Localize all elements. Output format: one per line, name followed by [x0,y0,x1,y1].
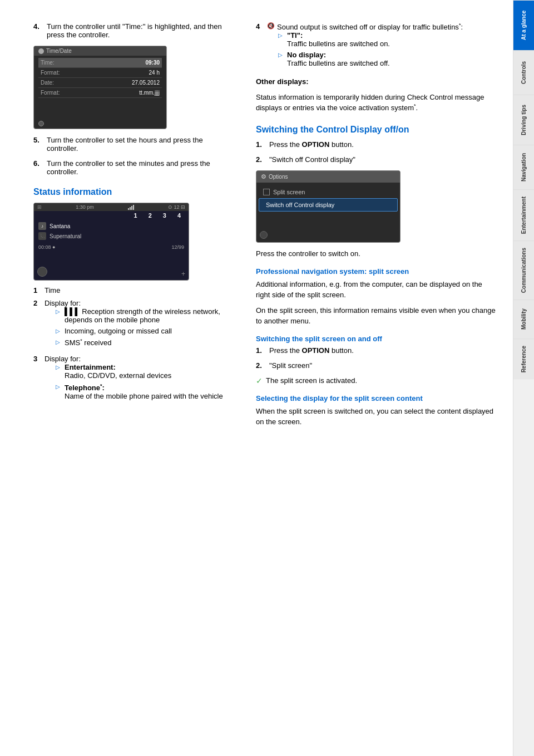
ti-detail: Traffic bulletins are switched on. [287,40,390,48]
screen-body: Time: 09:30 Format: 24 h Date: 27.05.201… [34,56,166,100]
plus-icon: + [181,270,185,278]
date-value: 27.05.2012 [132,80,160,86]
other-displays-heading: Other displays: [256,77,309,86]
music-icon: ♪ [38,222,46,230]
main-content: 4. Turn the controller until "Time:" is … [0,0,513,756]
item-1-number: 1 [33,286,40,294]
sidebar-tab-communications[interactable]: Communications [513,240,534,300]
item4-subitems: ▷ "TI": Traffic bulletins are switched o… [278,31,463,67]
time-date-screen: Time/Date Time: 09:30 Format: 24 h Date:… [33,46,167,129]
status-bar-icon: ⊞ [37,204,42,210]
subitem-entertainment-content: Entertainment: Radio, CD/DVD, external d… [65,363,171,380]
subitem-calls-text: Incoming, outgoing or missed call [65,327,172,335]
no-display-label: No display: [287,51,326,59]
switching-step-1-number: 1. [256,140,265,149]
song-row-2: 📞 Supernatural [38,231,184,241]
sidebar-tab-driving-tips[interactable]: Driving tips [513,95,534,145]
subitem-telephone: ▷ Telephone*: Name of the mobile phone p… [56,382,223,400]
nav-dots [38,121,44,126]
arrow-icon: ▷ [56,308,61,315]
date-label: Date: [41,80,54,86]
subitem-reception: ▷ ▌▌▌ Reception strength of the wireless… [56,307,228,324]
subitem-no-display-content: No display: Traffic bulletins are switch… [287,51,390,67]
switching-step-1-text: Press the OPTION button. [269,140,496,149]
sidebar-tab-controls[interactable]: Controls [513,50,534,95]
right-item-4: 4 🔇 Sound output is switched off or disp… [256,22,496,71]
switching-control-heading: Switching the Control Display off/on [256,125,496,135]
sidebar-tab-reference[interactable]: Reference [513,338,534,379]
song-subtitle: Supernatural [50,233,81,239]
subitem-calls: ▷ Incoming, outgoing or missed call [56,327,228,335]
press-controller-text: Press the controller to switch on. [256,248,496,259]
status-section: Status information ⊞ 1:30 pm ⊙ 12 ⊟ [33,187,228,404]
telephone-label: Telephone*: [65,384,105,392]
controller-button [37,267,47,277]
telephone-detail: Name of the mobile phone paired with the… [65,392,223,400]
options-title: Options [269,174,288,180]
item-1-text: Time [44,286,60,294]
arrow-icon-2: ▷ [56,328,61,334]
sidebar-tab-navigation[interactable]: Navigation [513,145,534,189]
arrow-icon-3: ▷ [56,339,61,345]
subitem-entertainment: ▷ Entertainment: Radio, CD/DVD, external… [56,363,223,380]
entertainment-label: Entertainment: [65,363,116,371]
switching-step-1: 1. Press the OPTION button. [256,140,496,149]
split-step-1-number: 1. [256,346,265,355]
options-icon: ⚙ [261,173,266,180]
sidebar-tab-entertainment[interactable]: Entertainment [513,189,534,240]
signal-icon: ▌▌▌ [65,307,80,316]
pro-nav-section: Professional navigation system: split sc… [256,267,496,327]
switching-split-section: Switching the split screen on and off 1.… [256,335,496,385]
pro-nav-text1: Additional information, e.g. from the co… [256,279,496,301]
split-step-2-text: "Split screen" [269,361,496,370]
subitem-reception-text: ▌▌▌ Reception strength of the wireless n… [65,307,228,324]
split-step-2-number: 2. [256,361,265,370]
status-top-bar: ⊞ 1:30 pm ⊙ 12 ⊟ [34,203,189,211]
right-item-4-number: 4 [256,22,263,71]
label-4: 4 [177,212,181,219]
options-header: ⚙ Options [256,171,400,183]
item-3-content: Display for: ▷ Entertainment: Radio, CD/… [44,355,223,403]
step-4-text: Turn the controller until "Time:" is hig… [47,22,228,39]
label-3: 3 [163,212,166,219]
screen-header: Time/Date [34,46,166,56]
pro-nav-text2: On the split screen, this information re… [256,305,496,327]
screen-row-format2: Format: tt.mm.jjjj [38,88,162,98]
time-value: 09:30 [145,60,160,66]
item-2-number: 2 [33,299,40,350]
status-item-3: 3 Display for: ▷ Entertainment: Radio, C… [33,355,228,403]
split-screen-checkbox [263,189,270,195]
other-displays-text: Status information is temporarily hidden… [256,92,496,114]
nav-dot [38,121,44,126]
pro-nav-heading: Professional navigation system: split sc… [256,267,496,276]
option-switch-off: Switch off Control display [259,198,398,212]
status-time-display: 1:30 pm [76,204,94,210]
number-labels-row: 1 2 3 4 [34,211,189,219]
selecting-display-section: Selecting the display for the split scre… [256,394,496,428]
label-2: 2 [149,212,152,219]
page-container: 4. Turn the controller until "Time:" is … [0,0,534,756]
switch-off-label: Switch off Control display [266,202,334,208]
item4-header: 🔇 Sound output is switched off or displa… [267,22,463,31]
status-more-info: ⊙ 12 ⊟ [168,204,185,210]
subitem-sms-text: SMS* received [65,338,111,347]
split-screen-label: Split screen [273,189,305,195]
screen-row-date: Date: 27.05.2012 [38,78,162,88]
arrow-icon-ti: ▷ [278,32,284,38]
screen-icon [38,48,44,54]
bar2 [130,207,131,210]
options-items: Split screen Switch off Control display [256,183,400,215]
split-step-1: 1. Press the OPTION button. [256,346,496,355]
bar1 [128,208,129,210]
sidebar-tab-mobility[interactable]: Mobility [513,300,534,338]
options-screen: ⚙ Options Split screen Switch off Contro… [256,170,400,243]
step-4-number: 4. [33,22,42,31]
time-label: Time: [41,60,55,66]
sidebar-tab-at-a-glance[interactable]: At a glance [513,0,534,50]
split-step-2: 2. "Split screen" [256,361,496,370]
selecting-display-heading: Selecting the display for the split scre… [256,394,496,402]
subitem-telephone-content: Telephone*: Name of the mobile phone pai… [65,382,223,400]
status-heading: Status information [33,187,228,197]
subitem-ti-content: "TI": Traffic bulletins are switched on. [287,31,390,48]
subitem-sms: ▷ SMS* received [56,338,228,347]
